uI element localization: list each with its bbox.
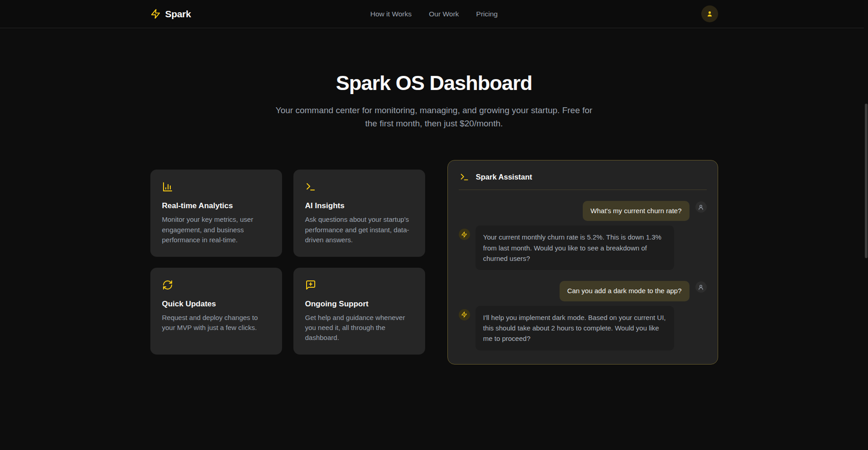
page-title: Spark OS Dashboard [0,71,868,95]
nav-link-how-it-works[interactable]: How it Works [370,10,412,18]
feature-description: Request and deploy changes to your MVP w… [162,313,270,333]
chat-message-user: What's my current churn rate? [459,201,707,221]
feature-description: Ask questions about your startup's perfo… [305,215,413,245]
scrollbar-track [864,0,868,450]
page-subtitle: Your command center for monitoring, mana… [275,104,593,130]
navbar: Spark How it Works Our Work Pricing [0,0,868,28]
refresh-icon [162,280,173,290]
user-chat-avatar [695,201,707,213]
assistant-message-bubble: Your current monthly churn rate is 5.2%.… [476,225,674,270]
nav-links: How it Works Our Work Pricing [370,10,497,18]
nav-link-pricing[interactable]: Pricing [476,10,497,18]
user-icon [706,10,714,18]
brand-name: Spark [165,9,191,20]
assistant-chat-avatar [459,229,470,240]
feature-description: Get help and guidance whenever you need … [305,313,413,343]
feature-title: Real-time Analytics [162,201,270,210]
chat-messages: What's my current churn rate? Your curre… [459,201,707,350]
terminal-icon [460,172,469,182]
feature-card-analytics: Real-time Analytics Monitor your key met… [150,170,282,257]
brand-logo[interactable]: Spark [150,9,191,20]
user-message-bubble: Can you add a dark mode to the app? [560,281,689,301]
chat-message-user: Can you add a dark mode to the app? [459,281,707,301]
feature-description: Monitor your key metrics, user engagemen… [162,215,270,245]
user-chat-avatar [695,281,707,293]
feature-title: AI Insights [305,201,413,210]
feature-card-quick-updates: Quick Updates Request and deploy changes… [150,268,282,355]
bar-chart-icon [162,181,173,192]
feature-title: Quick Updates [162,300,270,309]
terminal-icon [305,181,316,192]
main-content: Real-time Analytics Monitor your key met… [150,160,718,365]
hero-section: Spark OS Dashboard Your command center f… [0,28,868,130]
feature-grid: Real-time Analytics Monitor your key met… [150,170,425,355]
panel-divider [459,190,707,190]
scrollbar-thumb[interactable] [865,104,868,258]
spark-assistant-panel: Spark Assistant What's my current churn … [447,160,718,365]
assistant-panel-header: Spark Assistant [459,171,707,182]
message-square-plus-icon [305,280,316,290]
nav-link-our-work[interactable]: Our Work [429,10,459,18]
assistant-panel-title: Spark Assistant [476,173,532,181]
feature-card-ongoing-support: Ongoing Support Get help and guidance wh… [293,268,425,355]
assistant-chat-avatar [459,309,470,320]
zap-icon [150,9,161,19]
user-avatar-button[interactable] [701,5,718,22]
chat-message-assistant: I'll help you implement dark mode. Based… [459,306,707,350]
chat-message-assistant: Your current monthly churn rate is 5.2%.… [459,225,707,270]
user-message-bubble: What's my current churn rate? [583,201,689,221]
assistant-message-bubble: I'll help you implement dark mode. Based… [476,306,674,350]
feature-card-ai-insights: AI Insights Ask questions about your sta… [293,170,425,257]
feature-title: Ongoing Support [305,300,413,309]
